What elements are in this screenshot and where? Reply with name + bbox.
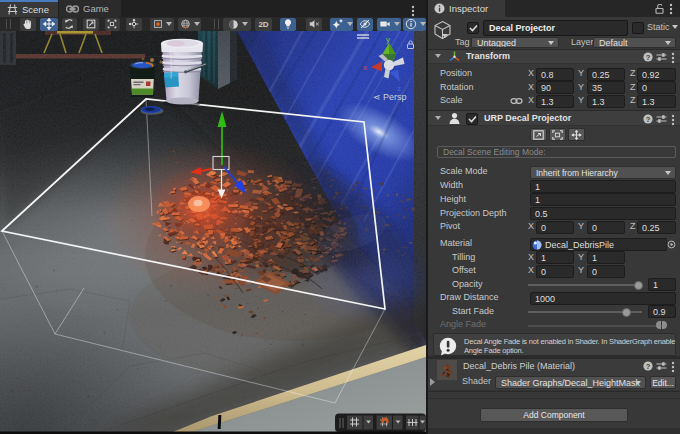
svg-text:y: y <box>386 35 390 44</box>
svg-text:?: ? <box>646 53 651 62</box>
svg-text:x: x <box>363 63 367 72</box>
svg-text:?: ? <box>646 362 651 371</box>
svg-text:⋖ Persp: ⋖ Persp <box>373 92 407 102</box>
svg-text:?: ? <box>646 115 651 124</box>
